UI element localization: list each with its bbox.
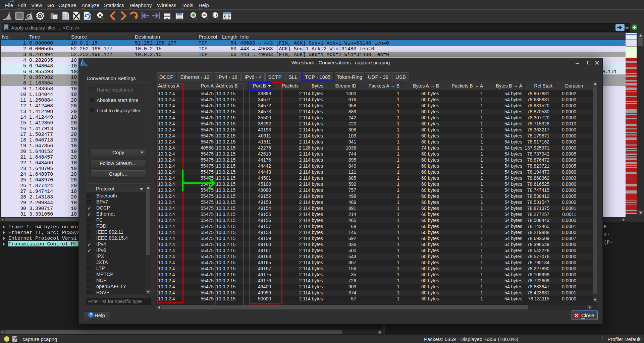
svg-text:1:1: 1:1 (213, 14, 217, 17)
svg-text:A: A (99, 13, 102, 18)
svg-text:0011: 0011 (63, 18, 68, 20)
